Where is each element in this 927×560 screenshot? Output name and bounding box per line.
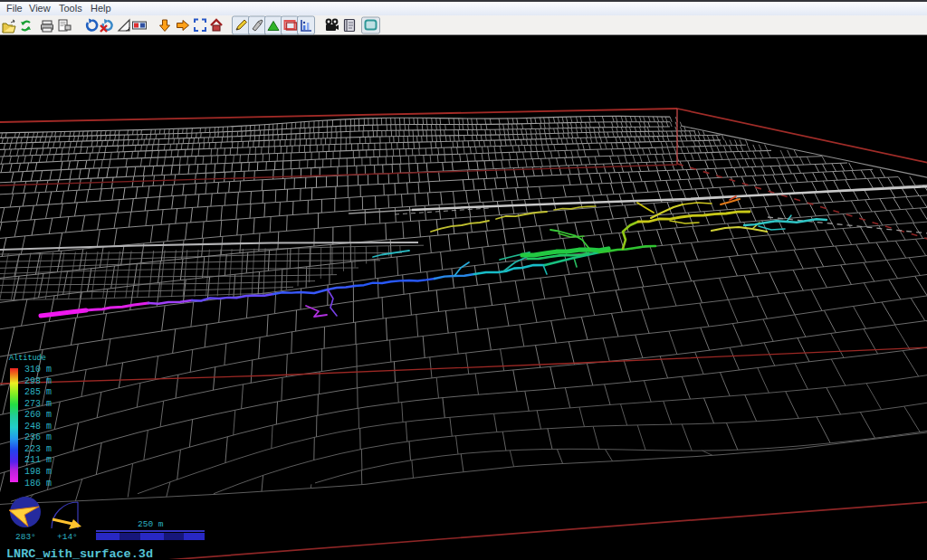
svg-text:260 m: 260 m <box>24 410 52 420</box>
svg-text:LNRC_with_surface.3d: LNRC_with_surface.3d <box>6 547 153 559</box>
svg-text:248 m: 248 m <box>24 422 52 432</box>
svg-text:211 m: 211 m <box>24 455 52 465</box>
svg-text:198 m: 198 m <box>24 467 52 477</box>
svg-text:283°: 283° <box>15 532 36 542</box>
svg-text:273 m: 273 m <box>24 399 52 409</box>
svg-text:310 m: 310 m <box>24 365 52 375</box>
svg-text:285 m: 285 m <box>24 387 52 397</box>
svg-text:250 m: 250 m <box>138 519 164 529</box>
svg-text:223 m: 223 m <box>24 444 52 454</box>
svg-text:+14°: +14° <box>57 532 78 542</box>
svg-text:236 m: 236 m <box>24 432 52 442</box>
svg-text:298 m: 298 m <box>24 376 52 386</box>
svg-text:186 m: 186 m <box>24 479 52 489</box>
svg-text:Altitude: Altitude <box>9 354 46 363</box>
